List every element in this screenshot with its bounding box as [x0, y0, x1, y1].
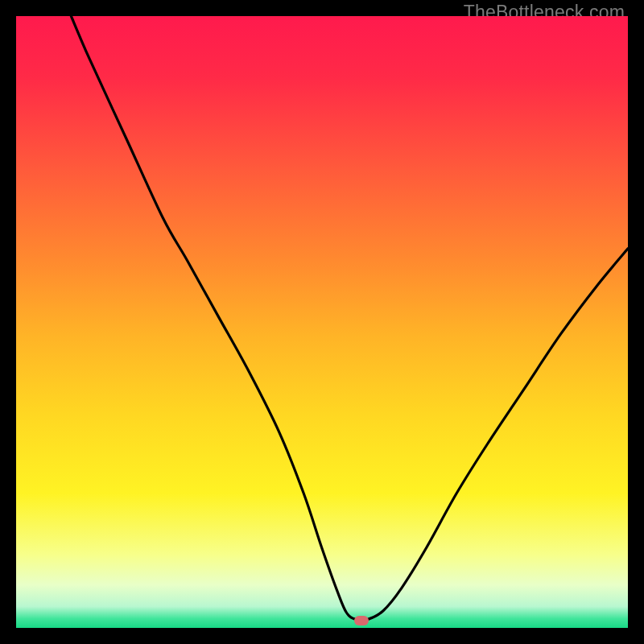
bottleneck-curve	[16, 16, 628, 628]
plot-area	[16, 16, 628, 628]
chart-stage: TheBottleneck.com	[0, 0, 644, 644]
optimal-marker	[354, 616, 369, 625]
